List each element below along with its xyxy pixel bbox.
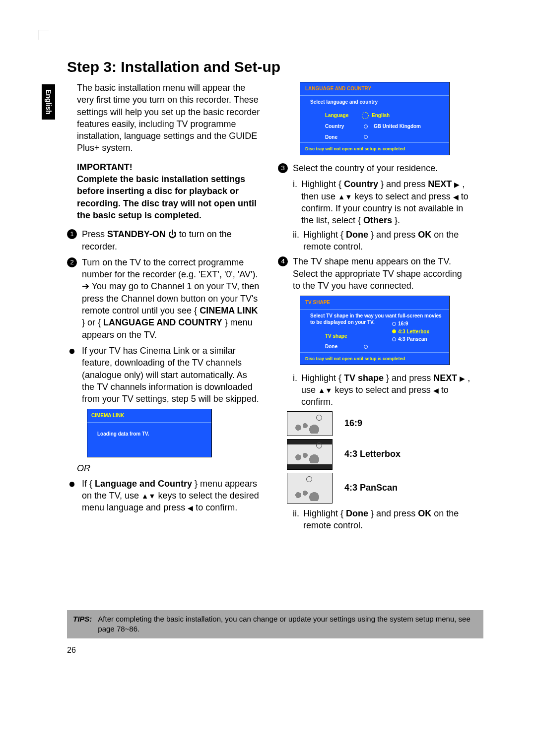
step-4-number: 4 <box>278 256 288 266</box>
tv-shape-screen: TV SHAPE Select TV shape in the way you … <box>300 296 450 365</box>
right-icon <box>454 179 460 189</box>
step-4i: i. Highlight { TV shape } and press NEXT… <box>278 372 471 408</box>
cinema-header: CIMEMA LINK <box>87 409 211 423</box>
important-heading: IMPORTANT! <box>77 162 133 172</box>
page-number: 26 <box>67 645 76 656</box>
crop-mark <box>39 30 49 30</box>
crop-mark <box>39 30 39 40</box>
lang-value: English <box>372 112 390 119</box>
step-2-text: Turn on the TV to the correct programme … <box>82 256 261 341</box>
step-4ii: ii. Highlight { Done } and press OK on t… <box>278 507 471 532</box>
screen2-title: TV SHAPE <box>300 298 449 310</box>
radio-icon <box>364 345 368 349</box>
left-icon <box>188 503 193 512</box>
up-icon <box>141 491 148 501</box>
cinema-link-screen: CIMEMA LINK Loading data from TV. <box>87 409 212 457</box>
screen1-foot: Disc tray will not open until setup is c… <box>300 142 449 153</box>
step-3-text: Select the country of your residence. <box>293 162 438 174</box>
lang-country-note: If { Language and Country } menu appears… <box>82 478 261 514</box>
intro-text: The basic installation menu will appear … <box>77 82 261 154</box>
tips-label: TIPS: <box>73 614 92 624</box>
shape-panscan-row: 4:3 PanScan <box>287 473 471 504</box>
left-icon <box>453 191 459 201</box>
step-3i: i. Highlight { Country } and press NEXT … <box>278 178 471 226</box>
shape-panscan-thumb <box>287 473 333 504</box>
power-icon <box>168 229 177 239</box>
step-4-text: The TV shape menu appears on the TV. Sel… <box>293 255 471 292</box>
shape-169-thumb <box>287 411 333 436</box>
cinema-link-note: If your TV has Cinema Link or a similar … <box>82 345 261 405</box>
step-1-number: 1 <box>67 229 77 239</box>
radio-icon <box>392 322 396 326</box>
up-icon <box>338 191 345 201</box>
step-1-text: Press STANDBY-ON to turn on the recorder… <box>82 228 261 252</box>
up-icon <box>318 385 325 395</box>
right-icon <box>460 373 465 383</box>
important-body: Complete the basic installation settings… <box>77 174 257 220</box>
shape-169-row: 16:9 <box>287 411 471 436</box>
left-column: The basic installation menu will appear … <box>67 82 261 533</box>
tvshape-label: TV shape <box>325 333 365 340</box>
shape-169-label: 16:9 <box>344 417 362 429</box>
radio-icon <box>364 125 368 128</box>
radio-icon <box>364 135 368 139</box>
gear-icon <box>362 112 369 119</box>
done-label: Done <box>325 343 365 350</box>
cinema-body: Loading data from TV. <box>87 423 211 457</box>
country-value: GB United Kingdom <box>374 123 421 130</box>
down-icon <box>345 191 352 201</box>
language-country-screen: LANGUAGE AND COUNTRY Select language and… <box>300 82 450 155</box>
step-3ii: ii. Highlight { Done } and press OK on t… <box>278 229 471 253</box>
down-icon <box>148 491 155 501</box>
down-icon <box>325 385 332 395</box>
page-title: Step 3: Installation and Set-up <box>67 57 280 77</box>
step-2-number: 2 <box>67 257 77 267</box>
lang-label: Language <box>325 112 365 119</box>
screen1-sub: Select language and country <box>300 96 449 111</box>
bullet-icon: ● <box>67 479 77 514</box>
radio-selected-icon <box>392 329 396 333</box>
tvshape-options: 16:9 4:3 Letterbox 4:3 Panscan <box>392 320 429 343</box>
right-column: LANGUAGE AND COUNTRY Select language and… <box>278 82 471 533</box>
shape-letterbox-thumb <box>287 439 333 470</box>
shape-panscan-label: 4:3 PanScan <box>344 482 398 494</box>
screen1-title: LANGUAGE AND COUNTRY <box>300 84 449 96</box>
done-label: Done <box>325 134 365 141</box>
left-icon <box>433 385 439 395</box>
tips-box: TIPS: After completing the basic install… <box>67 610 483 638</box>
radio-icon <box>392 337 396 341</box>
screen2-foot: Disc tray will not open until setup is c… <box>300 352 449 363</box>
bullet-icon: ● <box>67 346 77 405</box>
step-3-number: 3 <box>278 163 288 173</box>
country-label: Country <box>325 123 365 130</box>
tips-body: After completing the basic installation,… <box>98 614 477 634</box>
shape-letterbox-label: 4:3 Letterbox <box>344 448 401 460</box>
language-tab: English <box>42 84 55 120</box>
shape-letterbox-row: 4:3 Letterbox <box>287 439 471 470</box>
or-label: OR <box>77 462 261 474</box>
